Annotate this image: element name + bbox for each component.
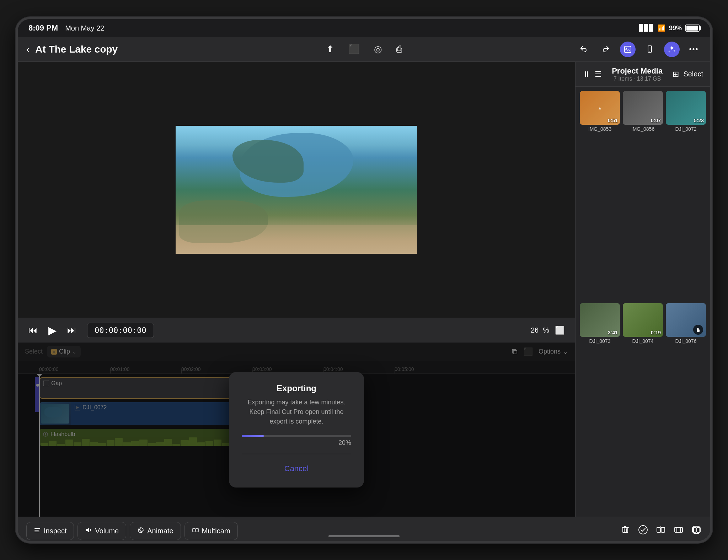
more-button[interactable]: ••• <box>686 42 702 57</box>
camera-record-icon[interactable]: ⬛ <box>348 44 360 55</box>
multicam-icon <box>192 527 199 535</box>
media-item-1[interactable]: 0:07 IMG_0856 <box>623 91 663 300</box>
svg-point-17 <box>639 526 647 534</box>
svg-point-3 <box>649 51 650 52</box>
svg-rect-15 <box>196 528 198 532</box>
export-progress-bar-fill <box>242 435 264 437</box>
signal-icon: ▊▊▊ <box>639 24 654 32</box>
voiceover-icon[interactable]: ◎ <box>374 44 382 55</box>
export-dialog: Exporting Exporting may take a few minut… <box>229 372 364 488</box>
media-name-1: IMG_0856 <box>623 126 663 132</box>
magic-button[interactable] <box>664 42 680 57</box>
main-content: ⏮ ▶ ⏭ 00:00:00:00 26 % ⬜ Select <box>18 62 710 517</box>
panel-menu-button[interactable]: ☰ <box>595 70 602 79</box>
volume-button[interactable]: Volume <box>77 522 126 540</box>
redo-button[interactable] <box>598 42 614 57</box>
export-cancel-button[interactable]: Cancel <box>242 461 351 476</box>
zoom-control: 26 % ⬜ <box>531 326 564 335</box>
crop-button[interactable] <box>691 524 702 538</box>
playback-bar: ⏮ ▶ ⏭ 00:00:00:00 26 % ⬜ <box>18 318 575 343</box>
export-dialog-message: Exporting may take a few minutes. Keep F… <box>242 398 351 426</box>
media-item-5[interactable]: DJI_0076 <box>666 303 706 512</box>
svg-rect-11 <box>34 532 39 532</box>
toolbar-center-actions: ⬆ ⬛ ◎ ⎙ <box>326 44 402 55</box>
toolbar-right-actions: ••• <box>576 42 702 57</box>
svg-rect-16 <box>623 528 628 533</box>
media-item-0[interactable]: ▲ 0:51 IMG_0853 <box>580 91 620 300</box>
export-progress-bar-bg <box>242 435 351 437</box>
panel-header: ⏸ ☰ Project Media 7 Items · 13.17 GB ⊞ S… <box>576 62 710 87</box>
zoom-unit: % <box>543 326 549 334</box>
panel-title-main: Project Media <box>606 66 668 76</box>
inspect-label: Inspect <box>44 527 66 535</box>
bottom-right-actions <box>620 524 702 538</box>
split-button[interactable] <box>655 524 666 538</box>
volume-label: Volume <box>95 527 119 535</box>
status-indicators: ▊▊▊ 📶 99% <box>639 24 700 32</box>
panel-select-button[interactable]: Select <box>683 70 703 78</box>
inspect-icon <box>34 527 41 535</box>
device-button[interactable] <box>642 42 658 57</box>
export-dialog-overlay: Exporting Exporting may take a few minut… <box>18 343 575 517</box>
delete-button[interactable] <box>620 524 631 538</box>
photos-button[interactable] <box>620 42 636 57</box>
battery-percent: 99% <box>669 25 682 32</box>
svg-rect-19 <box>661 527 665 532</box>
back-button[interactable]: ‹ <box>26 44 30 55</box>
media-duration-1: 0:07 <box>651 118 661 123</box>
media-thumb-4: 0:19 <box>623 303 663 337</box>
animate-icon <box>137 527 144 535</box>
svg-rect-24 <box>692 527 696 532</box>
media-thumb-3: 3:41 <box>580 303 620 337</box>
media-thumb-5 <box>666 303 706 337</box>
media-thumb-0: ▲ 0:51 <box>580 91 620 125</box>
svg-rect-9 <box>34 528 40 529</box>
export-dialog-title: Exporting <box>242 383 351 393</box>
status-date: Mon May 22 <box>65 24 104 32</box>
svg-rect-14 <box>193 528 195 532</box>
checkmark-button[interactable] <box>638 524 648 538</box>
zoom-icon[interactable]: ⬜ <box>555 326 564 335</box>
media-item-4[interactable]: 0:19 DJI_0074 <box>623 303 663 512</box>
trim-button[interactable] <box>673 524 684 538</box>
top-toolbar: ‹ At The Lake copy ⬆ ⬛ ◎ ⎙ <box>18 37 710 62</box>
share-icon[interactable]: ⎙ <box>396 44 402 55</box>
inspect-button[interactable]: Inspect <box>26 522 74 540</box>
media-name-3: DJI_0073 <box>580 338 620 344</box>
export-dialog-divider <box>242 454 351 454</box>
svg-rect-25 <box>697 527 700 532</box>
media-duration-4: 0:19 <box>651 330 661 335</box>
home-indicator <box>328 535 400 537</box>
skip-back-button[interactable]: ⏮ <box>28 325 38 336</box>
panel-title-sub: 7 Items · 13.17 GB <box>606 76 668 82</box>
panel-pause-button[interactable]: ⏸ <box>583 70 590 79</box>
media-duration-2: 5:23 <box>694 118 704 123</box>
export-icon[interactable]: ⬆ <box>326 44 334 55</box>
media-duration-3: 3:41 <box>608 330 618 335</box>
panel-title: Project Media 7 Items · 13.17 GB <box>606 66 668 82</box>
animate-button[interactable]: Animate <box>130 522 181 540</box>
skip-forward-button[interactable]: ⏭ <box>67 325 76 336</box>
volume-icon <box>85 527 92 535</box>
media-thumb-1: 0:07 <box>623 91 663 125</box>
media-item-3[interactable]: 3:41 DJI_0073 <box>580 303 620 512</box>
multicam-button[interactable]: Multicam <box>184 522 238 540</box>
media-item-2[interactable]: 5:23 DJI_0072 <box>666 91 706 300</box>
battery-icon <box>685 25 700 32</box>
left-section: ⏮ ▶ ⏭ 00:00:00:00 26 % ⬜ Select <box>18 62 575 517</box>
svg-rect-21 <box>675 527 682 532</box>
timecode-display: 00:00:00:00 <box>87 323 154 338</box>
svg-rect-10 <box>34 530 39 531</box>
panel-grid-button[interactable]: ⊞ <box>673 70 679 79</box>
undo-button[interactable] <box>576 42 592 57</box>
timeline-area: Select Clip ⌄ ⧉ ⬛ <box>18 343 575 517</box>
multicam-label: Multicam <box>202 527 230 535</box>
play-button[interactable]: ▶ <box>48 324 57 336</box>
video-frame <box>176 126 417 254</box>
status-bar: 8:09 PM Mon May 22 ▊▊▊ 📶 99% <box>18 19 710 37</box>
media-grid: ▲ 0:51 IMG_0853 0:07 IMG_0856 5:23 <box>576 87 710 517</box>
video-preview <box>18 62 575 318</box>
bottom-toolbar: Inspect Volume Animate <box>18 517 710 543</box>
svg-rect-8 <box>697 329 700 332</box>
media-name-2: DJI_0072 <box>666 126 706 132</box>
